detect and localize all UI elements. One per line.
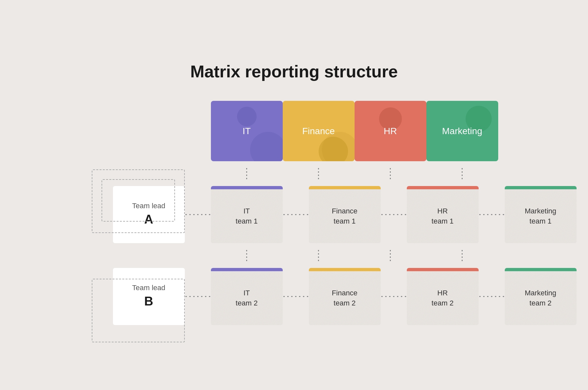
h-connector-1-2	[283, 214, 309, 215]
dept-it-avatar-bg	[250, 132, 283, 161]
h-dot-b-2-3	[381, 296, 407, 297]
it-team2-cell: ITteam 2	[211, 268, 283, 325]
vdot-marketing-2	[426, 243, 498, 268]
dept-it-avatar	[237, 107, 257, 126]
dept-marketing-box: Marketing	[426, 101, 498, 161]
dept-it-label: IT	[243, 126, 251, 136]
h-connector-lead-b	[185, 296, 211, 297]
marketing-team1-body: Marketingteam 1	[505, 189, 577, 243]
hr-team1-cell: HRteam 1	[407, 186, 479, 243]
vdot-finance-container	[318, 161, 319, 186]
marketing-team2-card: Marketingteam 2	[505, 268, 577, 325]
it-team2-bar	[211, 268, 283, 271]
team-lead-b-line1: Team lead	[132, 283, 166, 293]
finance-team2-label: Financeteam 2	[332, 288, 357, 308]
team-lead-a-letter: A	[144, 211, 153, 228]
h-dot-lead-b	[185, 296, 211, 297]
page-title: Matrix reporting structure	[93, 62, 495, 81]
vdot-finance	[318, 167, 319, 180]
it-team1-cell: ITteam 1	[211, 186, 283, 243]
dept-marketing-col: Marketing	[426, 101, 498, 161]
dept-finance-label: Finance	[302, 126, 335, 136]
finance-team1-body: Financeteam 1	[309, 189, 381, 243]
hr-team1-label: HRteam 1	[432, 206, 453, 226]
finance-team1-bar	[309, 186, 381, 189]
vdots-row-2	[113, 243, 495, 268]
vdot-it	[246, 167, 247, 180]
marketing-team1-bar	[505, 186, 577, 189]
marketing-team1-cell: Marketingteam 1	[505, 186, 577, 243]
dept-finance-col: Finance	[283, 101, 355, 161]
dept-it-col: IT	[211, 101, 283, 161]
team-row-1: Team lead A ITteam 1	[113, 186, 495, 243]
dept-hr-col: HR	[355, 101, 426, 161]
hr-team2-label: HRteam 2	[432, 288, 453, 308]
h-dot-1-2	[283, 214, 309, 215]
it-team2-label: ITteam 2	[236, 288, 258, 308]
vdot-hr-1	[355, 161, 426, 186]
finance-team2-bar	[309, 268, 381, 271]
finance-team2-body: Financeteam 2	[309, 271, 381, 325]
vdot-hr	[390, 167, 391, 180]
dept-hr-label: HR	[384, 126, 397, 136]
h-connector-b-2-3	[381, 296, 407, 297]
finance-team1-cell: Financeteam 1	[309, 186, 381, 243]
vdot-hr-2	[355, 243, 426, 268]
it-team1-body: ITteam 1	[211, 189, 283, 243]
marketing-team2-cell: Marketingteam 2	[505, 268, 577, 325]
h-dot-lead-a	[185, 214, 211, 215]
h-connector-lead-a	[185, 214, 211, 215]
dept-marketing-label: Marketing	[442, 126, 482, 136]
hr-team2-card: HRteam 2	[407, 268, 479, 325]
team-lead-a-area: Team lead A	[113, 186, 185, 243]
vdot-it-1	[211, 161, 283, 186]
finance-team2-cell: Financeteam 2	[309, 268, 381, 325]
it-team2-card: ITteam 2	[211, 268, 283, 325]
vdot-finance-2	[283, 243, 355, 268]
marketing-team2-label: Marketingteam 2	[525, 288, 556, 308]
vdot-marketing	[462, 167, 463, 180]
h-dot-2-3	[381, 214, 407, 215]
marketing-team1-label: Marketingteam 1	[525, 206, 556, 226]
h-connector-2-3	[381, 214, 407, 215]
hr-team2-bar	[407, 268, 479, 271]
vdot-hr-2	[390, 249, 391, 262]
team-lead-b-box: Team lead B	[113, 268, 185, 325]
vdots-row-1	[113, 161, 495, 186]
it-team2-body: ITteam 2	[211, 271, 283, 325]
vdot-finance-2	[318, 249, 319, 262]
marketing-team2-body: Marketingteam 2	[505, 271, 577, 325]
vdot-it-2	[211, 243, 283, 268]
h-dot-b-1-2	[283, 296, 309, 297]
marketing-team2-bar	[505, 268, 577, 271]
hr-team1-bar	[407, 186, 479, 189]
vdot-hr-container	[390, 161, 391, 186]
team-lead-b-area: Team lead B	[113, 268, 185, 325]
dept-hr-box: HR	[355, 101, 426, 161]
team-lead-b-letter: B	[144, 293, 153, 310]
finance-team1-card: Financeteam 1	[309, 186, 381, 243]
finance-team2-card: Financeteam 2	[309, 268, 381, 325]
vdot-finance-1	[283, 161, 355, 186]
vdot-marketing-2	[462, 249, 463, 262]
hr-team1-card: HRteam 1	[407, 186, 479, 243]
vdot-marketing-container	[462, 161, 463, 186]
hr-team2-body: HRteam 2	[407, 271, 479, 325]
it-team1-label: ITteam 1	[236, 206, 258, 226]
it-team1-card: ITteam 1	[211, 186, 283, 243]
finance-team1-label: Financeteam 1	[332, 206, 357, 226]
h-connector-3-4	[479, 214, 505, 215]
main-container: Matrix reporting structure IT	[74, 45, 515, 345]
diagram: IT Finance HR	[93, 101, 495, 325]
it-team1-bar	[211, 186, 283, 189]
dept-row: IT Finance HR	[113, 101, 495, 161]
vdot-it-2	[246, 249, 247, 262]
h-connector-b-1-2	[283, 296, 309, 297]
h-dot-3-4	[479, 214, 505, 215]
marketing-team1-card: Marketingteam 1	[505, 186, 577, 243]
hr-team2-cell: HRteam 2	[407, 268, 479, 325]
hr-team1-body: HRteam 1	[407, 189, 479, 243]
team-row-2: Team lead B ITteam 2	[113, 268, 495, 325]
vdot-it-container	[246, 161, 247, 186]
team-lead-a-line1: Team lead	[132, 201, 166, 211]
